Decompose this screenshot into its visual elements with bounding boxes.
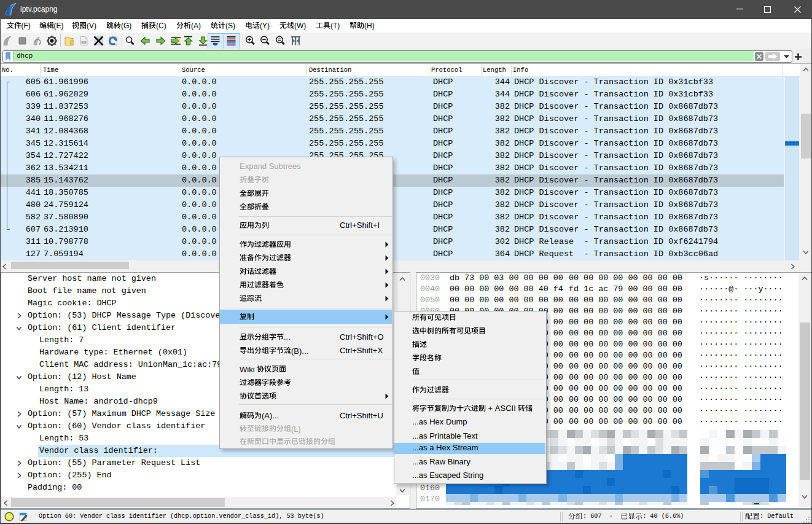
svg-text:010: 010 bbox=[81, 41, 86, 44]
